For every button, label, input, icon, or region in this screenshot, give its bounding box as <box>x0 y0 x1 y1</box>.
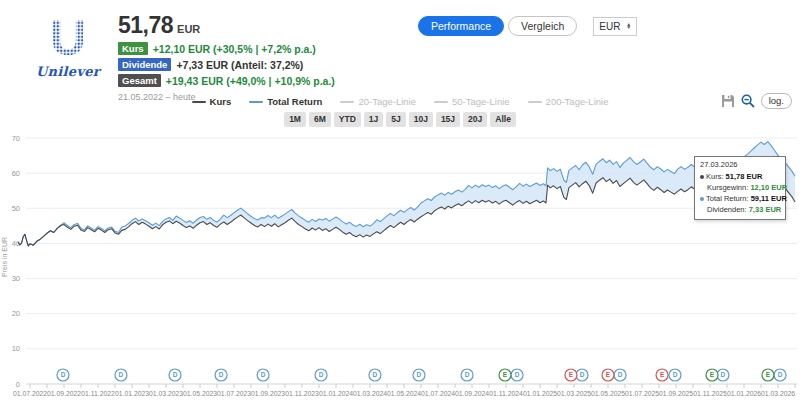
y-axis-label-50: 50 <box>12 204 20 213</box>
dividend-marker[interactable]: D <box>576 369 588 381</box>
earnings-marker[interactable]: E <box>762 369 774 381</box>
tooltip-dividenden-value: 7,33 EUR <box>749 205 782 214</box>
svg-text:E: E <box>660 371 665 378</box>
price-summary: 51,78 EUR Kurs +12,10 EUR (+30,5% | +7,2… <box>118 12 335 102</box>
x-axis-label: 01.07.2023 <box>217 390 251 397</box>
dividend-marker[interactable]: D <box>169 369 181 381</box>
tooltip-kurs-value: 51,78 EUR <box>726 172 763 181</box>
legend-line-swatch <box>192 101 206 103</box>
range-button-1j[interactable]: 1J <box>364 112 383 127</box>
legend-item-kurs[interactable]: Kurs <box>192 96 232 107</box>
vergleich-tab-button[interactable]: Vergleich <box>508 16 577 36</box>
range-button-5j[interactable]: 5J <box>386 112 405 127</box>
legend-line-swatch <box>434 101 448 103</box>
range-buttons: 1M6MYTD1J5J10J15J20JAlle <box>0 112 800 127</box>
earnings-marker[interactable]: E <box>656 369 668 381</box>
y-axis-title: Preis in EUR <box>1 237 8 277</box>
range-button-6m[interactable]: 6M <box>309 112 331 127</box>
legend-item-total-return[interactable]: Total Return <box>249 96 322 107</box>
svg-text:D: D <box>261 371 266 378</box>
dividend-marker[interactable]: D <box>369 369 381 381</box>
earnings-marker[interactable]: E <box>602 369 614 381</box>
range-button-10j[interactable]: 10J <box>409 112 433 127</box>
gesamt-row: Gesamt +19,43 EUR (+49,0% | +10,9% p.a.) <box>118 74 335 87</box>
dividend-marker[interactable]: D <box>115 369 127 381</box>
svg-text:D: D <box>173 371 178 378</box>
dividend-marker[interactable]: D <box>413 369 425 381</box>
svg-text:D: D <box>465 371 470 378</box>
tooltip-kursgewinn-value: 12,10 EUR <box>750 183 787 192</box>
unilever-wordmark: Unilever <box>28 64 108 79</box>
svg-text:D: D <box>373 371 378 378</box>
chart-tooltip: 27.03.2026 Kurs: 51,78 EUR Kursgewinn: 1… <box>694 156 786 220</box>
range-button-alle[interactable]: Alle <box>490 112 516 127</box>
svg-text:E: E <box>606 371 611 378</box>
tooltip-dividenden-row: Dividenden: 7,33 EUR <box>700 205 781 216</box>
select-arrows-icon: ▲▼ <box>626 23 631 30</box>
earnings-marker[interactable]: E <box>706 369 718 381</box>
tooltip-kurs-row: Kurs: 51,78 EUR <box>700 172 781 183</box>
currency-select[interactable]: EUR ▲▼ <box>593 17 637 36</box>
legend-item-50-tage-linie[interactable]: 50-Tage-Linie <box>434 96 510 107</box>
y-axis-label-10: 10 <box>12 344 20 353</box>
total-return-line[interactable] <box>18 142 795 246</box>
dividende-row: Dividende +7,33 EUR (Anteil: 37,2%) <box>118 58 335 71</box>
chart-legend: KursTotal Return20-Tage-Linie50-Tage-Lin… <box>0 96 800 107</box>
dividend-marker[interactable]: D <box>315 369 327 381</box>
legend-label: Kurs <box>210 96 232 107</box>
legend-line-swatch <box>528 101 542 103</box>
x-axis-label: 01.05.2024 <box>387 390 421 397</box>
earnings-marker[interactable]: E <box>499 369 511 381</box>
x-axis-label: 01.07.2025 <box>625 390 659 397</box>
kurs-badge: Kurs <box>118 42 148 56</box>
dividend-marker[interactable]: D <box>774 369 786 381</box>
zoom-out-icon[interactable] <box>741 94 755 108</box>
dividend-marker[interactable]: D <box>614 369 626 381</box>
dividend-marker[interactable]: D <box>461 369 473 381</box>
x-axis-label: 01.05.2025 <box>591 390 625 397</box>
x-axis-label: 01.01.2024 <box>319 390 353 397</box>
range-button-20j[interactable]: 20J <box>463 112 487 127</box>
svg-text:E: E <box>710 371 715 378</box>
x-axis-label: 01.11.2025 <box>693 390 727 397</box>
x-axis-label: 01.07.2022 <box>13 390 47 397</box>
legend-item-200-tage-linie[interactable]: 200-Tage-Linie <box>528 96 609 107</box>
x-axis-label: 01.03.2023 <box>149 390 183 397</box>
svg-text:E: E <box>766 371 771 378</box>
svg-text:E: E <box>569 371 574 378</box>
x-axis-label: 01.09.2022 <box>47 390 81 397</box>
dividend-marker[interactable]: D <box>717 369 729 381</box>
x-axis-label: 01.03.2024 <box>353 390 387 397</box>
header-controls: Performance Vergleich EUR ▲▼ <box>418 16 637 36</box>
earnings-marker[interactable]: E <box>565 369 577 381</box>
x-axis-label: 01.01.2025 <box>523 390 557 397</box>
svg-text:D: D <box>618 371 623 378</box>
performance-tab-button[interactable]: Performance <box>418 16 504 36</box>
x-axis-label: 01.01.2026 <box>727 390 761 397</box>
y-axis-label-70: 70 <box>12 134 20 143</box>
svg-text:D: D <box>417 371 422 378</box>
gesamt-badge: Gesamt <box>118 74 161 88</box>
chart-tools: log. <box>721 93 792 109</box>
range-button-15j[interactable]: 15J <box>436 112 460 127</box>
y-axis-label-30: 30 <box>12 274 20 283</box>
save-chart-icon[interactable] <box>721 94 735 108</box>
dividend-marker[interactable]: D <box>511 369 523 381</box>
y-axis-label-20: 20 <box>12 309 20 318</box>
tooltip-totalreturn-row: Total Return: 59,11 EUR <box>700 194 781 205</box>
kurs-change-text: +12,10 EUR (+30,5% | +7,2% p.a.) <box>153 43 316 55</box>
price-chart[interactable]: 706050403020100Preis in EUR01.07.202201.… <box>0 128 800 412</box>
dividend-marker[interactable]: D <box>57 369 69 381</box>
dividend-marker[interactable]: D <box>257 369 269 381</box>
dividend-marker[interactable]: D <box>215 369 227 381</box>
gesamt-text: +19,43 EUR (+49,0% | +10,9% p.a.) <box>166 75 335 87</box>
range-button-ytd[interactable]: YTD <box>334 112 361 127</box>
x-axis-label: 01.01.2023 <box>115 390 149 397</box>
legend-label: 20-Tage-Linie <box>358 96 416 107</box>
legend-item-20-tage-linie[interactable]: 20-Tage-Linie <box>340 96 416 107</box>
dividend-marker[interactable]: D <box>669 369 681 381</box>
range-button-1m[interactable]: 1M <box>284 112 306 127</box>
log-scale-button[interactable]: log. <box>761 93 792 109</box>
x-axis-label: 01.03.2026 <box>761 390 795 397</box>
y-axis-label-0: 0 <box>16 380 20 389</box>
